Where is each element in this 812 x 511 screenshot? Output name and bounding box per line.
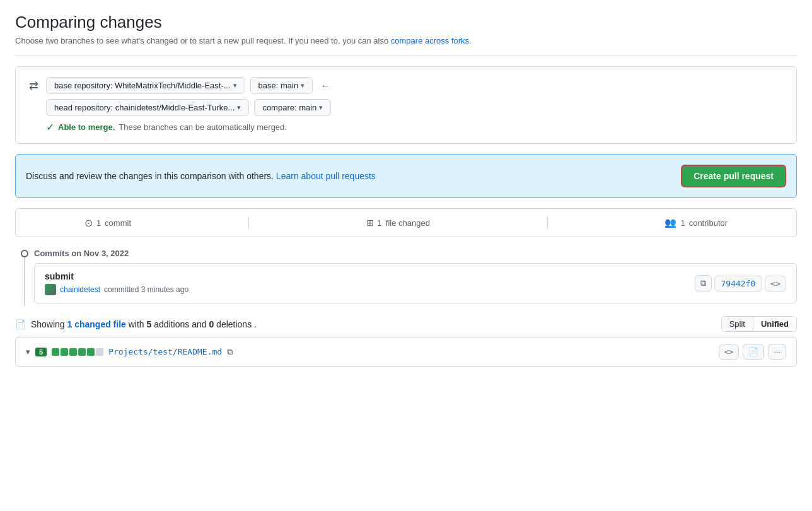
diff-sq-5 — [87, 348, 95, 356]
contributor-stat: 👥 1 contributor — [664, 217, 728, 228]
contributor-label: contributor — [689, 218, 728, 228]
compare-forks-link[interactable]: compare across forks. — [391, 36, 472, 45]
commit-card: submit chainidetest committed 3 minutes … — [34, 263, 797, 303]
commit-title: submit — [45, 271, 188, 281]
page-subtitle: Choose two branches to see what's change… — [15, 36, 797, 45]
commit-label: commit — [105, 218, 131, 228]
commit-author[interactable]: chainidetest — [60, 285, 100, 294]
compare-branch-dropdown[interactable]: compare: main ▾ — [254, 99, 331, 116]
compare-box: ⇄ base repository: WhiteMatrixTech/Middl… — [15, 66, 797, 144]
commit-stat: ⊙ 1 commit — [84, 217, 131, 229]
timeline-vert — [24, 257, 25, 306]
diff-sq-2 — [61, 348, 68, 356]
commit-right: ⧉ 79442f0 <> — [695, 275, 786, 291]
file-code-button[interactable]: <> — [719, 344, 739, 360]
copy-icon: ⧉ — [700, 278, 706, 288]
view-toggle: Split Unified — [721, 316, 797, 332]
commit-icon: ⊙ — [84, 217, 93, 229]
diff-sq-1 — [52, 348, 59, 356]
file-count-badge: 5 — [35, 348, 47, 356]
contributor-count: 1 — [680, 218, 685, 228]
diff-sq-4 — [78, 348, 86, 356]
divider — [15, 56, 797, 56]
file-changes-text: 📄 Showing 1 changed file with 5 addition… — [15, 319, 257, 329]
file-path[interactable]: Projects/test/README.md — [108, 347, 222, 356]
file-chevron-icon[interactable]: ▾ — [26, 347, 30, 356]
file-row-right: <> 📄 ··· — [719, 344, 786, 360]
commits-section: Commits on Nov 3, 2022 submit chainidete… — [15, 247, 797, 306]
file-code-icon: <> — [724, 348, 733, 356]
head-repo-caret: ▾ — [237, 103, 241, 112]
unified-view-button[interactable]: Unified — [753, 317, 796, 331]
create-pull-request-button[interactable]: Create pull request — [681, 165, 786, 187]
timeline-dot — [21, 250, 28, 257]
diff-sq-6 — [96, 348, 103, 356]
learn-about-pr-link[interactable]: Learn about pull requests — [276, 171, 376, 181]
merge-status-bold: Able to merge. — [58, 122, 115, 132]
commit-count: 1 — [96, 218, 101, 228]
compare-row-head: head repository: chainidetest/Middle-Eas… — [26, 99, 786, 116]
file-icon: ⊞ — [366, 218, 374, 228]
diff-squares — [52, 348, 103, 356]
deletions-label: deletions — [216, 319, 252, 329]
commit-left: submit chainidetest committed 3 minutes … — [45, 271, 188, 295]
code-icon: <> — [770, 279, 780, 288]
commit-time: committed 3 minutes ago — [104, 285, 188, 294]
compare-row-base: ⇄ base repository: WhiteMatrixTech/Middl… — [26, 77, 786, 94]
deletions-count: 0 — [209, 319, 214, 329]
timeline-line — [15, 247, 34, 306]
compare-branch-caret: ▾ — [319, 103, 323, 112]
file-row: ▾ 5 Projects/test/README.md ⧉ <> 📄 ··· — [15, 337, 797, 367]
browse-code-button[interactable]: <> — [765, 276, 786, 291]
base-branch-dropdown[interactable]: base: main ▾ — [250, 77, 313, 94]
diff-sq-3 — [69, 348, 77, 356]
contributor-icon: 👥 — [664, 217, 676, 228]
file-count: 1 — [378, 218, 382, 228]
stat-divider-2 — [547, 216, 548, 229]
commits-date: Commits on Nov 3, 2022 — [34, 249, 797, 258]
commit-hash-button[interactable]: 79442f0 — [714, 276, 763, 291]
file-row-left: ▾ 5 Projects/test/README.md ⧉ — [26, 347, 233, 357]
arrow-left-button[interactable]: ← — [318, 78, 333, 94]
commit-meta: chainidetest committed 3 minutes ago — [45, 284, 188, 295]
merge-check-icon: ✓ — [46, 121, 54, 133]
changed-file-count[interactable]: 1 changed file — [67, 319, 125, 329]
additions-count: 5 — [147, 319, 152, 329]
base-repo-caret: ▾ — [233, 81, 237, 90]
file-copy-icon[interactable]: ⧉ — [227, 347, 233, 357]
copy-commit-button[interactable]: ⧉ — [695, 275, 712, 291]
stat-divider-1 — [248, 216, 249, 229]
file-more-button[interactable]: ··· — [768, 344, 786, 360]
split-view-button[interactable]: Split — [722, 317, 753, 331]
file-label: file changed — [386, 218, 430, 228]
ellipsis-icon: ··· — [774, 347, 780, 356]
file-stat: ⊞ 1 file changed — [366, 218, 430, 228]
head-repo-dropdown[interactable]: head repository: chainidetest/Middle-Eas… — [46, 99, 249, 116]
stats-bar: ⊙ 1 commit ⊞ 1 file changed 👥 1 contribu… — [15, 208, 797, 237]
base-branch-caret: ▾ — [301, 81, 304, 90]
merge-status: ✓ Able to merge. These branches can be a… — [26, 121, 786, 133]
file-doc-button[interactable]: 📄 — [743, 344, 764, 360]
file-changes-header: 📄 Showing 1 changed file with 5 addition… — [15, 316, 797, 332]
commit-avatar — [45, 284, 56, 295]
file-icon-small: 📄 — [15, 319, 26, 329]
banner-text: Discuss and review the changes in this c… — [26, 171, 376, 181]
base-repo-dropdown[interactable]: base repository: WhiteMatrixTech/Middle-… — [46, 77, 245, 94]
page-title: Comparing changes — [15, 13, 797, 32]
merge-status-text: These branches can be automatically merg… — [119, 122, 287, 132]
additions-label: additions — [154, 319, 189, 329]
commits-timeline: Commits on Nov 3, 2022 submit chainidete… — [15, 247, 797, 306]
file-doc-icon: 📄 — [748, 347, 758, 356]
pull-request-banner: Discuss and review the changes in this c… — [15, 154, 797, 198]
commits-content: Commits on Nov 3, 2022 submit chainidete… — [34, 247, 797, 306]
compare-arrows-icon: ⇄ — [26, 79, 41, 93]
